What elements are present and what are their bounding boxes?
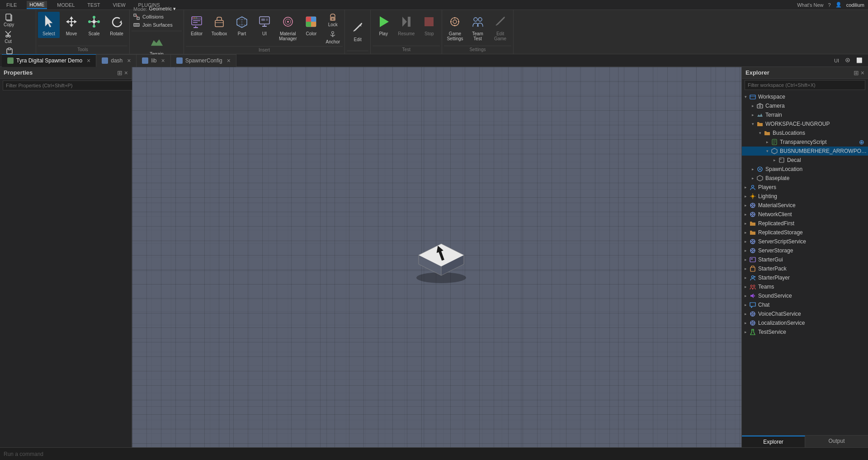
tree-item-replicated-first[interactable]: ▸ReplicatedFirst	[742, 219, 868, 228]
editor-button[interactable]: Editor	[186, 12, 208, 38]
explorer-close-icon[interactable]: ×	[861, 69, 864, 76]
tree-item-spawnlocation[interactable]: ▸SpawnLocation	[742, 165, 868, 174]
tree-arrow-starter-gui[interactable]: ▸	[742, 257, 749, 262]
tree-arrow-starter-player[interactable]: ▸	[742, 275, 749, 280]
move-button[interactable]: Move	[61, 12, 82, 38]
select-button[interactable]: Select	[38, 12, 60, 38]
tree-item-sound-service[interactable]: ▸SoundService	[742, 291, 868, 300]
properties-close-icon[interactable]: ×	[124, 69, 128, 76]
user-icon[interactable]: 👤	[835, 2, 842, 8]
tree-item-workspace-ungroup[interactable]: ▾WORKSPACE-UNGROUP	[742, 119, 868, 128]
tree-item-teams[interactable]: ▸Teams	[742, 282, 868, 291]
tree-item-busnumber[interactable]: ▾BUSNUMBERHERE_ARROWPOINTSTOWHERETH	[742, 147, 868, 156]
tab-close-lib[interactable]: ×	[161, 57, 165, 64]
properties-filter-input[interactable]	[3, 81, 134, 90]
tree-arrow-lighting[interactable]: ▸	[742, 194, 749, 199]
copy-button[interactable]: Copy	[2, 12, 16, 28]
menu-test[interactable]: TEST	[85, 1, 103, 9]
tree-item-lighting[interactable]: ▸Lighting	[742, 192, 868, 201]
scale-button[interactable]: Scale	[83, 12, 105, 38]
tree-arrow-camera[interactable]: ▸	[749, 104, 756, 108]
tab-spawner[interactable]: SpawnerConfig ×	[171, 54, 236, 67]
menu-home[interactable]: HOME	[27, 1, 47, 9]
tree-item-workspace[interactable]: ▾Workspace	[742, 92, 868, 101]
lock-button[interactable]: Lock	[324, 12, 342, 28]
tree-arrow-teams[interactable]: ▸	[742, 285, 749, 289]
tab-tyra[interactable]: Tyra Digital Spawner Demo ×	[2, 54, 96, 67]
tree-item-server-storage[interactable]: ▸ServerStorage	[742, 246, 868, 255]
tab-dash[interactable]: dash ×	[96, 54, 137, 67]
tree-arrow-workspace-ungroup[interactable]: ▾	[749, 122, 756, 126]
tree-arrow-localization-service[interactable]: ▸	[742, 321, 749, 325]
help-icon[interactable]: ?	[828, 2, 831, 8]
tree-arrow-replicated-first[interactable]: ▸	[742, 221, 749, 226]
tab-close-spawner[interactable]: ×	[227, 57, 231, 64]
tree-arrow-starter-pack[interactable]: ▸	[742, 266, 749, 271]
tree-arrow-sound-service[interactable]: ▸	[742, 294, 749, 298]
tree-item-replicated-storage[interactable]: ▸ReplicatedStorage	[742, 228, 868, 237]
tree-item-chat[interactable]: ▸Chat	[742, 300, 868, 309]
join-surfaces-row[interactable]: Join Surfaces	[133, 22, 180, 28]
tree-item-localization-service[interactable]: ▸LocalizationService	[742, 318, 868, 327]
rotate-button[interactable]: Rotate	[106, 12, 127, 38]
tree-add-btn-transparency-script[interactable]: ⊕	[859, 138, 864, 146]
tree-arrow-baseplate[interactable]: ▸	[749, 176, 756, 180]
tree-item-test-service[interactable]: ▸TestService	[742, 327, 868, 337]
explorer-tab-explorer[interactable]: Explorer	[742, 436, 805, 447]
play-button[interactable]: Play	[373, 12, 394, 38]
tree-arrow-server-script-service[interactable]: ▸	[742, 239, 749, 244]
command-bar-text[interactable]: Run a command	[4, 451, 864, 457]
tree-item-starter-gui[interactable]: ▸StarterGui	[742, 255, 868, 264]
viewport-ui-toggle[interactable]: UI	[832, 57, 841, 64]
game-settings-button[interactable]: Game Settings	[444, 12, 466, 43]
tree-arrow-replicated-storage[interactable]: ▸	[742, 230, 749, 235]
tree-arrow-server-storage[interactable]: ▸	[742, 248, 749, 253]
tree-arrow-decal[interactable]: ▸	[771, 158, 778, 162]
tree-item-network-client[interactable]: ▸NetworkClient	[742, 210, 868, 219]
tree-item-material-service[interactable]: ▸MaterialService	[742, 201, 868, 210]
tree-arrow-workspace[interactable]: ▾	[742, 95, 749, 99]
whats-new-link[interactable]: What's New	[797, 2, 823, 8]
collisions-row[interactable]: Collisions	[133, 14, 180, 20]
tree-arrow-voice-chat-service[interactable]: ▸	[742, 312, 749, 316]
edit-button[interactable]: Edit	[347, 18, 368, 44]
tree-arrow-players[interactable]: ▸	[742, 185, 749, 190]
tree-item-buslocations[interactable]: ▾BusLocations	[742, 128, 868, 138]
toolbox-button[interactable]: Toolbox	[208, 12, 230, 38]
tab-close-dash[interactable]: ×	[127, 57, 131, 64]
edit-game-button[interactable]: Edit Game	[490, 12, 511, 43]
tree-arrow-test-service[interactable]: ▸	[742, 330, 749, 334]
menu-model[interactable]: MODEL	[54, 1, 77, 9]
explorer-tab-output[interactable]: Output	[805, 436, 868, 447]
stop-button[interactable]: Stop	[418, 12, 440, 38]
tree-arrow-chat[interactable]: ▸	[742, 303, 749, 307]
tree-arrow-material-service[interactable]: ▸	[742, 203, 749, 208]
viewport-camera-icon[interactable]	[843, 56, 853, 65]
tree-item-starter-player[interactable]: ▸StarterPlayer	[742, 273, 868, 282]
tree-item-baseplate[interactable]: ▸Baseplate	[742, 174, 868, 183]
viewport[interactable]	[132, 67, 741, 447]
explorer-pin-icon[interactable]: ⊞	[854, 69, 859, 76]
properties-pin-icon[interactable]: ⊞	[117, 69, 123, 76]
menu-file[interactable]: FILE	[4, 1, 19, 9]
tree-item-decal[interactable]: ▸Decal	[742, 156, 868, 165]
tree-item-players[interactable]: ▸Players	[742, 183, 868, 192]
tree-item-server-script-service[interactable]: ▸ServerScriptService	[742, 237, 868, 246]
tab-close-tyra[interactable]: ×	[87, 57, 90, 64]
resume-button[interactable]: Resume	[395, 12, 417, 38]
tree-item-transparency-script[interactable]: ▸TransparencyScript⊕	[742, 138, 868, 147]
cut-button[interactable]: Cut	[2, 28, 14, 45]
part-button[interactable]: Part	[231, 12, 253, 38]
viewport-expand-icon[interactable]: ⬜	[854, 57, 864, 64]
anchor-button[interactable]: Anchor	[324, 29, 342, 45]
tree-arrow-transparency-script[interactable]: ▸	[764, 140, 771, 144]
material-manager-button[interactable]: Material Manager	[276, 12, 299, 43]
tab-lib[interactable]: lib ×	[137, 54, 170, 67]
mode-value[interactable]: Geometric ▾	[149, 6, 176, 12]
explorer-filter-input[interactable]	[745, 80, 865, 90]
tree-arrow-spawnlocation[interactable]: ▸	[749, 167, 756, 171]
team-test-button[interactable]: Team Test	[467, 12, 489, 43]
ui-button[interactable]: UI	[254, 12, 275, 38]
tree-arrow-network-client[interactable]: ▸	[742, 212, 749, 217]
tree-arrow-terrain[interactable]: ▸	[749, 113, 756, 117]
